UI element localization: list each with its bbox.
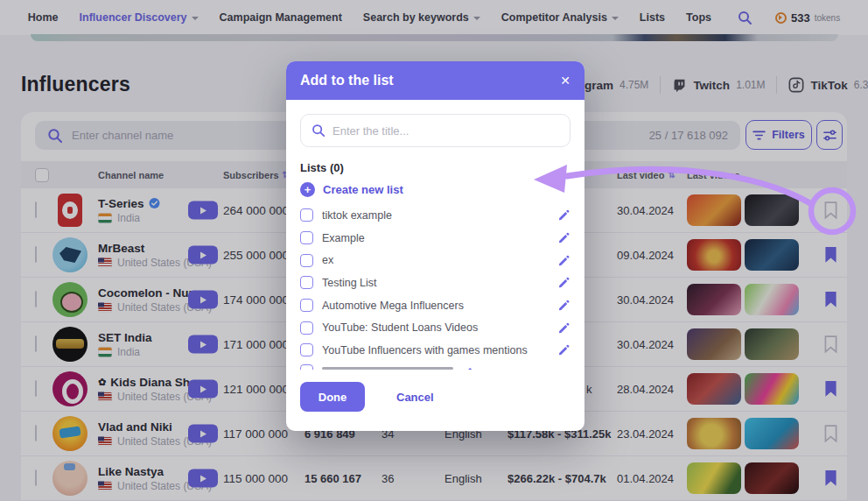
modal-title: Add to the list [300,73,394,88]
plus-icon: + [300,182,315,197]
list-item: ex [300,249,570,272]
edit-pencil-icon[interactable] [557,276,570,289]
list-checkbox[interactable] [300,364,313,370]
list-item: Example [300,227,570,250]
edit-pencil-icon[interactable] [557,321,570,335]
edit-pencil-icon[interactable] [557,254,570,267]
list-checkbox[interactable] [300,321,313,335]
cancel-button[interactable]: Cancel [396,391,434,404]
create-new-list-button[interactable]: + Create new list [300,181,570,197]
list-item: tiktok example [300,204,570,227]
edit-pencil-icon[interactable] [557,231,570,244]
edit-pencil-icon[interactable] [557,208,570,222]
list-item: Testing List [300,272,570,294]
clipped-text [322,367,453,370]
lists-scroll-area[interactable]: tiktok example Example ex Testing List A [300,204,570,370]
list-checkbox[interactable] [300,254,313,267]
add-to-list-modal: Add to the list ✕ Lists (0) + Create new… [286,61,584,431]
list-item-clipped [300,362,570,370]
list-search-input[interactable] [332,124,559,138]
edit-pencil-icon[interactable] [557,343,570,356]
list-checkbox[interactable] [300,299,313,312]
list-item: YouTube Influencers with games mentions [300,339,570,362]
influencer-discovery-page: Home Influencer Discovery Campaign Manag… [0,0,868,501]
list-checkbox[interactable] [300,276,313,289]
search-icon [312,123,326,138]
edit-pencil-icon[interactable] [557,299,570,312]
list-checkbox[interactable] [300,208,313,222]
edit-pencil-icon[interactable] [462,364,475,370]
list-item: Automotive Mega Influencers [300,294,570,317]
list-search-bar [300,114,570,147]
lists-count-header: Lists (0) [300,161,570,174]
list-item: YouTube: Student Loans Videos [300,316,570,339]
list-checkbox[interactable] [300,231,313,244]
close-icon[interactable]: ✕ [560,74,570,87]
modal-header: Add to the list ✕ [286,61,584,100]
done-button[interactable]: Done [300,382,365,412]
list-checkbox[interactable] [300,343,313,356]
modal-footer: Done Cancel [300,382,570,412]
